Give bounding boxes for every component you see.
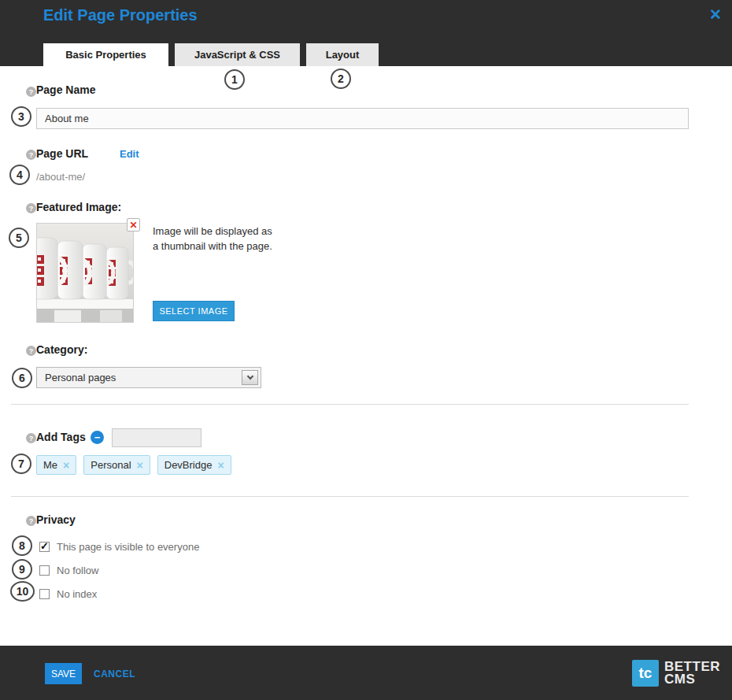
privacy-option-no-follow: No follow bbox=[39, 565, 98, 576]
mugs-photo bbox=[37, 224, 133, 322]
category-selected-value: Personal pages bbox=[45, 372, 116, 383]
minus-icon[interactable]: − bbox=[91, 431, 104, 444]
privacy-option-visible: This page is visible to everyone bbox=[39, 541, 199, 553]
close-icon[interactable]: ✕ bbox=[709, 6, 722, 24]
better-cms-logo: tc BETTER CMS bbox=[632, 660, 720, 687]
logo-line2: CMS bbox=[664, 673, 720, 686]
tab-bar: Basic Properties JavaScript & CSS Layout bbox=[43, 43, 379, 66]
annotation-10: 10 bbox=[10, 581, 35, 602]
remove-tag-icon[interactable]: × bbox=[137, 459, 143, 472]
privacy-label: Privacy bbox=[36, 513, 76, 526]
tag-label: Me bbox=[43, 459, 57, 471]
tag-label: DevBridge bbox=[165, 459, 213, 471]
page-url-label: Page URL bbox=[36, 147, 88, 160]
category-select[interactable]: Personal pages bbox=[36, 367, 261, 388]
add-tags-label: Add Tags bbox=[36, 431, 86, 443]
modal-footer: SAVE CANCEL tc BETTER CMS bbox=[0, 646, 732, 700]
better-cms-logo-mark: tc bbox=[632, 660, 659, 687]
help-icon[interactable]: ? bbox=[26, 433, 36, 443]
tag-chip: DevBridge × bbox=[157, 455, 231, 475]
page-name-label: Page Name bbox=[36, 83, 95, 96]
save-button[interactable]: SAVE bbox=[45, 663, 82, 684]
featured-image-description: Image will be displayed as a thumbnail w… bbox=[153, 224, 272, 254]
annotation-8: 8 bbox=[12, 535, 32, 556]
tag-label: Personal bbox=[91, 459, 131, 471]
tag-chip: Personal × bbox=[83, 455, 150, 475]
help-icon[interactable]: ? bbox=[26, 87, 36, 97]
annotation-4: 4 bbox=[9, 165, 30, 185]
tab-layout[interactable]: Layout bbox=[306, 43, 379, 66]
annotation-7: 7 bbox=[11, 454, 31, 474]
tab-basic-properties[interactable]: Basic Properties bbox=[43, 43, 168, 66]
checkbox-no-follow[interactable] bbox=[39, 565, 50, 576]
annotation-9: 9 bbox=[12, 559, 32, 580]
checkbox-label: No follow bbox=[57, 565, 98, 576]
annotation-2: 2 bbox=[331, 69, 351, 89]
remove-image-icon[interactable]: ✕ bbox=[127, 218, 140, 231]
help-icon[interactable]: ? bbox=[26, 516, 36, 526]
page-name-input[interactable] bbox=[36, 108, 689, 129]
better-cms-logo-text: BETTER CMS bbox=[664, 661, 720, 686]
page-url-value: /about-me/ bbox=[36, 171, 85, 183]
checkbox-label: No index bbox=[57, 588, 97, 600]
modal-header: Edit Page Properties ✕ Basic Properties … bbox=[0, 0, 732, 66]
modal-title: Edit Page Properties bbox=[43, 6, 198, 24]
tag-list: Me × Personal × DevBridge × bbox=[36, 455, 231, 475]
edit-url-link[interactable]: Edit bbox=[120, 148, 139, 160]
remove-tag-icon[interactable]: × bbox=[217, 459, 224, 472]
remove-tag-icon[interactable]: × bbox=[63, 459, 69, 472]
privacy-option-no-index: No index bbox=[39, 588, 97, 600]
annotation-5: 5 bbox=[9, 228, 29, 248]
divider bbox=[11, 404, 689, 405]
category-label: Category: bbox=[36, 343, 87, 356]
edit-page-properties-modal: Edit Page Properties ✕ Basic Properties … bbox=[0, 0, 732, 700]
tag-chip: Me × bbox=[36, 455, 76, 475]
tab-javascript-css[interactable]: JavaScript & CSS bbox=[175, 43, 300, 66]
select-image-button[interactable]: SELECT IMAGE bbox=[153, 301, 235, 321]
chevron-down-icon[interactable] bbox=[242, 370, 258, 385]
checkbox-label: This page is visible to everyone bbox=[57, 541, 199, 553]
annotation-6: 6 bbox=[12, 368, 32, 388]
divider bbox=[11, 496, 689, 497]
tag-input[interactable] bbox=[112, 428, 201, 447]
annotation-1: 1 bbox=[224, 69, 245, 90]
checkbox-no-index[interactable] bbox=[39, 589, 50, 599]
help-icon[interactable]: ? bbox=[26, 346, 36, 356]
checkbox-visible-to-everyone[interactable] bbox=[39, 542, 50, 552]
help-icon[interactable]: ? bbox=[26, 150, 36, 160]
help-icon[interactable]: ? bbox=[26, 203, 36, 213]
featured-image-label: Featured Image: bbox=[36, 201, 121, 213]
cancel-button[interactable]: CANCEL bbox=[94, 669, 135, 680]
featured-image-thumbnail bbox=[36, 223, 134, 323]
annotation-3: 3 bbox=[11, 106, 31, 127]
